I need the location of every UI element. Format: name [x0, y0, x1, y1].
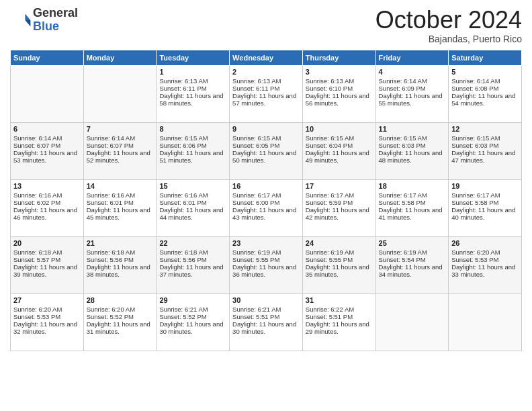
cell-info: Sunrise: 6:17 AM [232, 191, 300, 199]
day-number: 12 [451, 125, 519, 133]
cell-info: Sunset: 5:52 PM [159, 313, 226, 320]
weekday-header: Wednesday [230, 50, 303, 65]
cell-info: Sunrise: 6:20 AM [87, 306, 154, 313]
cell-info: Sunset: 5:55 PM [306, 256, 373, 263]
cell-info: Daylight: 11 hours and 53 minutes. [13, 149, 81, 164]
cell-info: Daylight: 11 hours and 44 minutes. [159, 206, 226, 221]
cell-info: Sunrise: 6:21 AM [232, 306, 300, 313]
cell-info: Sunset: 6:11 PM [159, 85, 226, 92]
cell-info: Sunrise: 6:17 AM [451, 191, 519, 199]
cell-info: Sunset: 5:56 PM [87, 256, 154, 263]
cell-info: Sunset: 5:58 PM [379, 199, 446, 206]
location-subtitle: Bajandas, Puerto Rico [375, 34, 522, 44]
cell-info: Sunset: 6:00 PM [232, 199, 300, 206]
day-number: 21 [87, 239, 154, 247]
day-number: 29 [159, 296, 226, 304]
calendar-cell: 24Sunrise: 6:19 AMSunset: 5:55 PMDayligh… [302, 236, 375, 293]
day-number: 10 [306, 125, 373, 133]
cell-info: Sunrise: 6:22 AM [306, 306, 373, 313]
weekday-header: Sunday [11, 50, 84, 65]
cell-info: Sunset: 6:07 PM [13, 142, 81, 149]
calendar-cell: 25Sunrise: 6:19 AMSunset: 5:54 PMDayligh… [375, 236, 449, 293]
day-number: 2 [232, 68, 300, 76]
cell-info: Sunset: 5:51 PM [232, 313, 300, 320]
day-number: 18 [379, 182, 446, 190]
cell-info: Sunrise: 6:15 AM [232, 134, 300, 142]
day-number: 27 [13, 296, 81, 304]
day-number: 25 [379, 239, 446, 247]
day-number: 15 [159, 182, 226, 190]
svg-marker-1 [25, 20, 30, 27]
day-number: 9 [232, 125, 300, 133]
day-number: 26 [451, 239, 519, 247]
cell-info: Sunrise: 6:15 AM [451, 134, 519, 142]
day-number: 6 [13, 125, 81, 133]
calendar-cell: 20Sunrise: 6:18 AMSunset: 5:57 PMDayligh… [11, 236, 84, 293]
cell-info: Sunrise: 6:19 AM [379, 248, 446, 256]
calendar-cell: 4Sunrise: 6:14 AMSunset: 6:09 PMDaylight… [375, 65, 449, 122]
cell-info: Sunset: 5:51 PM [306, 313, 373, 320]
cell-info: Daylight: 11 hours and 30 minutes. [232, 320, 300, 335]
cell-info: Sunrise: 6:14 AM [13, 134, 81, 142]
cell-info: Sunrise: 6:16 AM [159, 191, 226, 199]
cell-info: Sunrise: 6:15 AM [306, 134, 373, 142]
cell-info: Sunrise: 6:17 AM [306, 191, 373, 199]
calendar-cell [449, 293, 522, 351]
day-number: 8 [159, 125, 226, 133]
page-header: General Blue October 2024 Bajandas, Puer… [10, 7, 522, 44]
calendar-cell: 31Sunrise: 6:22 AMSunset: 5:51 PMDayligh… [302, 293, 375, 351]
cell-info: Sunset: 5:58 PM [451, 199, 519, 206]
calendar-cell [11, 65, 84, 122]
cell-info: Sunrise: 6:15 AM [159, 134, 226, 142]
calendar-cell: 27Sunrise: 6:20 AMSunset: 5:53 PMDayligh… [11, 293, 84, 351]
calendar-cell: 15Sunrise: 6:16 AMSunset: 6:01 PMDayligh… [157, 179, 230, 236]
weekday-header: Tuesday [157, 50, 230, 65]
calendar-table: SundayMondayTuesdayWednesdayThursdayFrid… [10, 50, 522, 351]
cell-info: Daylight: 11 hours and 47 minutes. [451, 149, 519, 164]
day-number: 23 [232, 239, 300, 247]
cell-info: Sunset: 6:06 PM [159, 142, 226, 149]
cell-info: Sunrise: 6:21 AM [159, 306, 226, 313]
calendar-cell: 17Sunrise: 6:17 AMSunset: 5:59 PMDayligh… [302, 179, 375, 236]
day-number: 14 [87, 182, 154, 190]
day-number: 16 [232, 182, 300, 190]
cell-info: Daylight: 11 hours and 40 minutes. [451, 206, 519, 221]
cell-info: Daylight: 11 hours and 32 minutes. [13, 320, 81, 335]
calendar-cell: 7Sunrise: 6:14 AMSunset: 6:07 PMDaylight… [83, 122, 157, 179]
calendar-cell: 3Sunrise: 6:13 AMSunset: 6:10 PMDaylight… [302, 65, 375, 122]
cell-info: Daylight: 11 hours and 42 minutes. [306, 206, 373, 221]
logo-blue-text: Blue [33, 20, 78, 34]
day-number: 13 [13, 182, 81, 190]
cell-info: Daylight: 11 hours and 48 minutes. [379, 149, 446, 164]
cell-info: Daylight: 11 hours and 38 minutes. [87, 263, 154, 278]
cell-info: Daylight: 11 hours and 51 minutes. [159, 149, 226, 164]
day-number: 11 [379, 125, 446, 133]
day-number: 3 [306, 68, 373, 76]
cell-info: Sunset: 6:01 PM [87, 199, 154, 206]
calendar-cell: 9Sunrise: 6:15 AMSunset: 6:05 PMDaylight… [230, 122, 303, 179]
calendar-cell: 22Sunrise: 6:18 AMSunset: 5:56 PMDayligh… [157, 236, 230, 293]
cell-info: Daylight: 11 hours and 37 minutes. [159, 263, 226, 278]
cell-info: Daylight: 11 hours and 49 minutes. [306, 149, 373, 164]
cell-info: Sunset: 6:01 PM [159, 199, 226, 206]
day-number: 20 [13, 239, 81, 247]
cell-info: Daylight: 11 hours and 35 minutes. [306, 263, 373, 278]
calendar-cell [375, 293, 449, 351]
logo: General Blue [10, 7, 78, 34]
cell-info: Sunrise: 6:19 AM [306, 248, 373, 256]
calendar-cell: 19Sunrise: 6:17 AMSunset: 5:58 PMDayligh… [449, 179, 522, 236]
cell-info: Daylight: 11 hours and 52 minutes. [87, 149, 154, 164]
cell-info: Sunset: 6:07 PM [87, 142, 154, 149]
calendar-cell: 12Sunrise: 6:15 AMSunset: 6:03 PMDayligh… [449, 122, 522, 179]
cell-info: Sunset: 6:03 PM [379, 142, 446, 149]
cell-info: Daylight: 11 hours and 54 minutes. [451, 92, 519, 107]
calendar-cell: 28Sunrise: 6:20 AMSunset: 5:52 PMDayligh… [83, 293, 157, 351]
weekday-header: Saturday [449, 50, 522, 65]
day-number: 28 [87, 296, 154, 304]
cell-info: Daylight: 11 hours and 45 minutes. [87, 206, 154, 221]
calendar-cell: 2Sunrise: 6:13 AMSunset: 6:11 PMDaylight… [230, 65, 303, 122]
day-number: 22 [159, 239, 226, 247]
calendar-cell: 16Sunrise: 6:17 AMSunset: 6:00 PMDayligh… [230, 179, 303, 236]
cell-info: Sunset: 5:53 PM [451, 256, 519, 263]
cell-info: Sunset: 5:59 PM [306, 199, 373, 206]
